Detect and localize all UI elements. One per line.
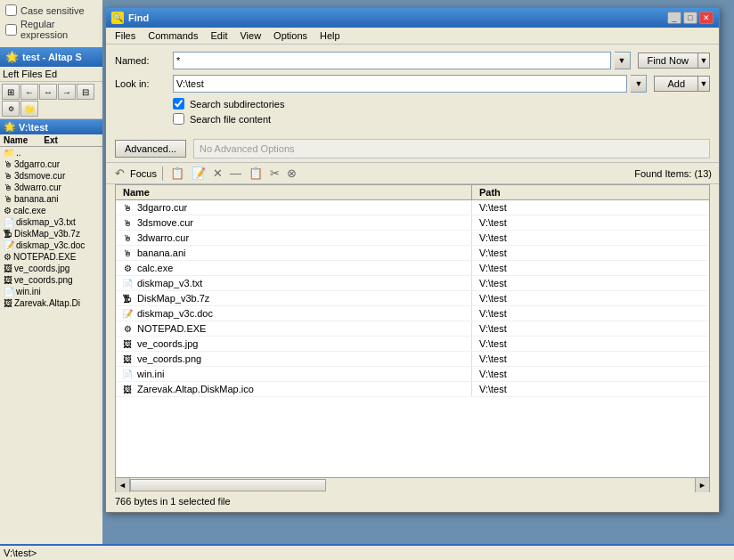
menu-help[interactable]: Help bbox=[314, 28, 346, 43]
table-row[interactable]: 🖱 banana.ani V:\test bbox=[116, 246, 709, 261]
search-content-checkbox[interactable] bbox=[173, 113, 184, 125]
sidebar-file-row[interactable]: 🖱banana.ani bbox=[0, 193, 102, 205]
sidebar-file-row[interactable]: 🖱3dwarro.cur bbox=[0, 182, 102, 193]
sidebar-file-row[interactable]: 📄diskmap_v3.txt bbox=[0, 216, 102, 228]
menu-commands[interactable]: Commands bbox=[143, 28, 203, 43]
table-row[interactable]: 🖱 3dwarro.cur V:\test bbox=[116, 231, 709, 246]
sidebar-file-row[interactable]: 🖱3dgarro.cur bbox=[0, 158, 102, 170]
result-path: V:\test bbox=[472, 262, 709, 274]
sidebar-file-row[interactable]: 📄win.ini bbox=[0, 286, 102, 297]
case-sensitive-checkbox[interactable] bbox=[5, 4, 17, 16]
result-file-icon: 📄 bbox=[121, 277, 134, 289]
search-subdirs-row[interactable]: Search subdirectories bbox=[115, 98, 710, 110]
delete-icon[interactable]: ✕ bbox=[211, 166, 224, 181]
result-path: V:\test bbox=[472, 292, 709, 304]
search-subdirs-checkbox[interactable] bbox=[173, 98, 184, 110]
table-row[interactable]: 🖼 ve_coords.png V:\test bbox=[116, 352, 709, 367]
sidebar-menu-files[interactable]: Files bbox=[21, 69, 42, 79]
result-name-text: DiskMap_v3b.7z bbox=[137, 293, 209, 304]
add-button[interactable]: Add ▼ bbox=[654, 76, 710, 92]
maximize-button[interactable]: □ bbox=[683, 12, 697, 24]
file-name: 3dsmove.cur bbox=[14, 171, 65, 181]
regex-checkbox[interactable] bbox=[5, 24, 17, 36]
file-name: .. bbox=[16, 148, 21, 158]
advanced-options-box: No Advanced Options bbox=[193, 139, 710, 158]
result-name: 🖼 ve_coords.png bbox=[116, 352, 472, 366]
sidebar-file-row[interactable]: 🖼ve_coords.png bbox=[0, 274, 102, 286]
sidebar-file-row[interactable]: 📝diskmap_v3c.doc bbox=[0, 239, 102, 251]
sidebar-file-row[interactable]: 🗜DiskMap_v3b.7z bbox=[0, 228, 102, 239]
table-row[interactable]: ⚙ NOTEPAD.EXE V:\test bbox=[116, 321, 709, 337]
table-row[interactable]: 🗜 DiskMap_v3b.7z V:\test bbox=[116, 291, 709, 306]
look-in-input[interactable] bbox=[173, 75, 627, 93]
add-main[interactable]: Add bbox=[654, 76, 697, 92]
sidebar-title-text: test - Altap S bbox=[22, 52, 82, 62]
table-row[interactable]: 🖼 Zarevak.Altap.DiskMap.ico V:\test bbox=[116, 382, 709, 397]
named-input[interactable] bbox=[173, 52, 611, 69]
look-in-dropdown-arrow[interactable]: ▼ bbox=[631, 75, 647, 93]
table-row[interactable]: 📄 diskmap_v3.txt V:\test bbox=[116, 276, 709, 291]
sidebar-tb-btn-5[interactable]: ⊟ bbox=[77, 84, 94, 100]
table-row[interactable]: 🖱 3dgarro.cur V:\test bbox=[116, 200, 709, 215]
advanced-button[interactable]: Advanced... bbox=[115, 140, 186, 158]
search-content-row[interactable]: Search file content bbox=[115, 113, 710, 125]
sidebar-file-row[interactable]: 🖼Zarevak.Altap.Di bbox=[0, 297, 102, 309]
sidebar-file-row[interactable]: 🖼ve_coords.jpg bbox=[0, 263, 102, 274]
table-row[interactable]: 📝 diskmap_v3c.doc V:\test bbox=[116, 306, 709, 321]
case-sensitive-row[interactable]: Case sensitive bbox=[5, 4, 97, 16]
sidebar-tb-btn-6[interactable]: ⚙ bbox=[2, 101, 20, 117]
clipboard-icon[interactable]: 📋 bbox=[247, 166, 265, 181]
close-button[interactable]: ✕ bbox=[699, 12, 714, 24]
hscroll-thumb[interactable] bbox=[130, 479, 326, 491]
sidebar-menu-ed[interactable]: Ed bbox=[45, 69, 57, 79]
focus-label[interactable]: Focus bbox=[130, 168, 157, 179]
named-dropdown-arrow[interactable]: ▼ bbox=[615, 52, 631, 69]
file-name: ve_coords.png bbox=[14, 275, 73, 285]
result-file-icon: 📝 bbox=[121, 307, 134, 320]
table-row[interactable]: ⚙ calc.exe V:\test bbox=[116, 261, 709, 276]
find-now-arrow[interactable]: ▼ bbox=[697, 53, 710, 69]
menu-options[interactable]: Options bbox=[268, 28, 313, 43]
edit-icon[interactable]: 📝 bbox=[190, 166, 208, 181]
hscroll-right-btn[interactable]: ► bbox=[695, 478, 709, 492]
sidebar-tb-btn-7[interactable]: 🌟 bbox=[20, 101, 38, 117]
table-row[interactable]: 🖱 3dsmove.cur V:\test bbox=[116, 215, 709, 231]
table-row[interactable]: 📄 win.ini V:\test bbox=[116, 367, 709, 382]
file-icon: 📁 bbox=[4, 148, 14, 158]
result-name: 🖼 ve_coords.jpg bbox=[116, 337, 472, 351]
clear-icon[interactable]: ⊗ bbox=[285, 166, 298, 181]
sidebar-file-row[interactable]: ⚙NOTEPAD.EXE bbox=[0, 251, 102, 263]
file-icon: ⚙ bbox=[4, 206, 12, 215]
sidebar-file-row[interactable]: 📁.. bbox=[0, 147, 102, 158]
result-name: 🖱 3dwarro.cur bbox=[116, 231, 472, 245]
menu-files[interactable]: Files bbox=[110, 28, 141, 43]
find-now-button[interactable]: Find Now ▼ bbox=[638, 53, 710, 69]
sidebar-tb-btn-4[interactable]: → bbox=[58, 84, 76, 100]
result-name: 📝 diskmap_v3c.doc bbox=[116, 306, 472, 321]
result-path: V:\test bbox=[472, 322, 709, 335]
dash-icon[interactable]: — bbox=[228, 166, 243, 181]
sidebar-file-row[interactable]: 🖱3dsmove.cur bbox=[0, 170, 102, 182]
advanced-row: Advanced... No Advanced Options bbox=[115, 139, 710, 158]
minimize-button[interactable]: _ bbox=[667, 12, 681, 24]
result-name-text: 3dgarro.cur bbox=[137, 202, 187, 213]
regex-row[interactable]: Regular expression bbox=[5, 19, 97, 40]
sidebar-menu-left[interactable]: Left bbox=[3, 69, 19, 79]
menu-edit[interactable]: Edit bbox=[205, 28, 232, 43]
find-now-main[interactable]: Find Now bbox=[638, 53, 697, 69]
cut-icon[interactable]: ✂ bbox=[268, 166, 281, 181]
found-items-label: Found Items: (13) bbox=[634, 168, 712, 179]
menu-view[interactable]: View bbox=[234, 28, 266, 43]
result-path: V:\test bbox=[472, 216, 709, 229]
hscroll-left-btn[interactable]: ◄ bbox=[116, 478, 130, 492]
copy-icon[interactable]: 📋 bbox=[168, 166, 186, 181]
add-arrow[interactable]: ▼ bbox=[697, 76, 710, 92]
sidebar-tb-btn-2[interactable]: ← bbox=[20, 84, 38, 100]
sidebar-tb-btn-1[interactable]: ⊞ bbox=[2, 84, 20, 100]
sidebar-tb-btn-3[interactable]: ↔ bbox=[39, 84, 57, 100]
sidebar-file-row[interactable]: ⚙calc.exe bbox=[0, 205, 102, 216]
table-row[interactable]: 🖼 ve_coords.jpg V:\test bbox=[116, 337, 709, 352]
file-name: DiskMap_v3b.7z bbox=[14, 229, 80, 239]
result-path: V:\test bbox=[472, 201, 709, 214]
result-file-icon: ⚙ bbox=[121, 262, 134, 274]
